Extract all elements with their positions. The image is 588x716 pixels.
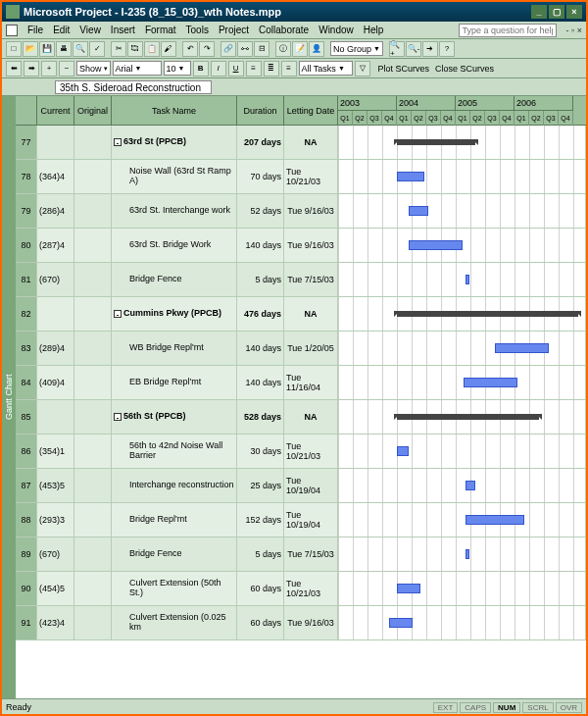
menu-window[interactable]: Window [317,25,356,35]
task-row[interactable]: 86(354)156th to 42nd Noise Wall Barrier3… [16,435,586,469]
spell-button[interactable]: ✓ [89,41,105,57]
cell-original[interactable] [74,297,112,331]
help-button[interactable]: ? [439,41,455,57]
outline-collapse-icon[interactable]: - [114,413,122,421]
cell-taskname[interactable]: 56th to 42nd Noise Wall Barrier [112,435,237,468]
cell-current[interactable]: (287)4 [37,229,74,262]
zoom-in-button[interactable]: 🔍+ [389,41,405,57]
cell-original[interactable] [74,469,112,502]
summary-bar[interactable] [397,414,539,420]
cut-button[interactable]: ✂ [111,41,126,57]
show-outline-select[interactable]: Show▾ [76,61,111,76]
cell-taskname[interactable]: WB Bridge Repl'mt [112,332,237,365]
task-row[interactable]: 83(289)4WB Bridge Repl'mt140 daysTue 1/2… [16,332,586,366]
row-number[interactable]: 81 [16,263,37,296]
cell-original[interactable] [74,229,112,262]
cell-current[interactable]: (453)5 [37,469,74,502]
cell-duration[interactable]: 60 days [237,606,284,639]
task-bar[interactable] [389,618,413,628]
col-header-taskname[interactable]: Task Name [112,96,237,125]
cell-duration[interactable]: 140 days [237,332,284,365]
open-button[interactable]: 📂 [23,41,38,57]
cell-letting-date[interactable]: Tue 10/19/04 [284,469,338,502]
cell-original[interactable] [74,160,112,193]
row-number[interactable]: 88 [16,503,37,537]
cell-taskname[interactable]: Noise Wall (63rd St Ramp A) [112,160,237,193]
indent-button[interactable]: ➡ [24,61,39,77]
cell-taskname[interactable]: Bridge Fence [112,537,237,571]
cell-taskname[interactable]: -56th St (PPCB) [112,400,237,434]
col-header-rownum[interactable] [16,96,37,125]
cell-duration[interactable]: 528 days [237,400,284,434]
cell-taskname[interactable]: Interchange reconstruction [112,469,237,502]
menu-insert[interactable]: Insert [109,25,137,35]
cell-letting-date[interactable]: Tue 1/20/05 [284,332,338,365]
titlebar[interactable]: Microsoft Project - I-235 (8_15_03)_wth … [2,2,586,22]
cell-taskname[interactable]: Bridge Fence [112,263,237,296]
cell-duration[interactable]: 5 days [237,263,284,296]
new-button[interactable]: □ [6,41,22,57]
cell-letting-date[interactable]: Tue 7/15/03 [284,263,338,296]
cell-current[interactable]: (286)4 [37,194,74,228]
col-header-letting[interactable]: Letting Date [284,96,338,125]
gantt-cell[interactable] [338,263,586,296]
cell-duration[interactable]: 152 days [237,503,284,537]
outdent-button[interactable]: ⬅ [6,61,22,77]
col-header-duration[interactable]: Duration [237,96,284,125]
cell-letting-date[interactable]: Tue 10/21/03 [284,160,338,193]
cell-current[interactable] [37,400,74,434]
gantt-cell[interactable] [338,332,586,365]
gantt-cell[interactable] [338,126,586,159]
cell-original[interactable] [74,126,112,159]
link-button[interactable]: 🔗 [220,41,236,57]
col-header-current[interactable]: Current [37,96,74,125]
gantt-cell[interactable] [338,194,586,228]
row-number[interactable]: 82 [16,297,37,331]
row-number[interactable]: 84 [16,366,37,399]
task-bar[interactable] [466,549,469,559]
gantt-cell[interactable] [338,469,586,502]
cell-taskname[interactable]: 63rd St. Interchange work [112,194,237,228]
cell-current[interactable] [37,126,74,159]
notes-button[interactable]: 📝 [292,41,308,57]
row-number[interactable]: 86 [16,435,37,468]
cell-current[interactable]: (364)4 [37,160,74,193]
cell-taskname[interactable]: -63rd St (PPCB) [112,126,237,159]
maximize-button[interactable]: ▢ [549,5,564,19]
task-bar[interactable] [495,343,549,353]
mdi-close-button[interactable]: - ▫ × [563,26,582,35]
cell-duration[interactable]: 30 days [237,435,284,468]
goto-button[interactable]: ➜ [422,41,438,57]
row-number[interactable]: 80 [16,229,37,262]
cell-duration[interactable]: 70 days [237,160,284,193]
show-sub-button[interactable]: + [41,61,57,77]
gantt-cell[interactable] [338,400,586,434]
font-select[interactable]: Arial▼ [113,61,162,76]
hide-sub-button[interactable]: − [59,61,74,77]
menu-file[interactable]: File [25,25,45,35]
gantt-cell[interactable] [338,297,586,331]
gantt-cell[interactable] [338,229,586,262]
format-painter-button[interactable]: 🖌 [161,41,176,57]
cell-original[interactable] [74,537,112,571]
menu-view[interactable]: View [77,25,103,35]
summary-bar[interactable] [397,311,578,317]
cell-letting-date[interactable]: Tue 10/21/03 [284,435,338,468]
gantt-cell[interactable] [338,572,586,605]
align-right-button[interactable]: ≡ [281,61,297,77]
underline-button[interactable]: U [228,61,244,77]
task-bar[interactable] [397,446,409,456]
group-select[interactable]: No Group▼ [330,41,383,56]
cell-duration[interactable]: 207 days [237,126,284,159]
task-row[interactable]: 81(670)Bridge Fence5 daysTue 7/15/03 [16,263,586,297]
gantt-cell[interactable] [338,503,586,537]
copy-button[interactable]: ⿻ [127,41,143,57]
redo-button[interactable]: ↷ [199,41,215,57]
cell-duration[interactable]: 476 days [237,297,284,331]
minimize-button[interactable]: _ [531,5,547,19]
cell-current[interactable] [37,297,74,331]
row-number[interactable]: 91 [16,606,37,639]
cell-letting-date[interactable]: Tue 9/16/03 [284,229,338,262]
plot-scurves-button[interactable]: Plot SCurves [378,64,430,74]
cell-original[interactable] [74,366,112,399]
